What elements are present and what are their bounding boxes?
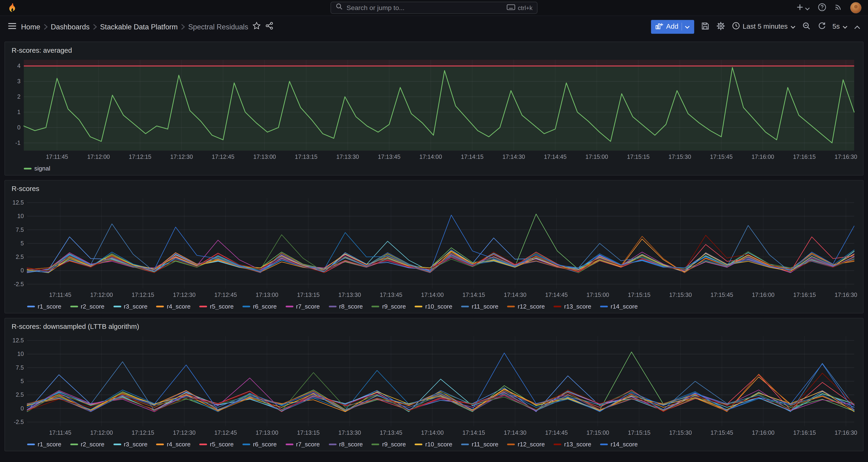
svg-text:7.5: 7.5 <box>16 226 24 233</box>
collapse-toolbar-button[interactable] <box>854 22 860 31</box>
legend-item-r3_score[interactable]: r3_score <box>113 303 148 309</box>
add-label: Add <box>666 23 678 30</box>
legend-item-r2_score[interactable]: r2_score <box>70 303 104 309</box>
share-button[interactable] <box>265 22 274 32</box>
breadcrumb-folder[interactable]: Stackable Data Platform <box>100 22 178 31</box>
refresh-interval-picker[interactable]: 5s <box>833 23 848 30</box>
panel-title[interactable]: R-scores <box>12 185 858 193</box>
legend-item-r10_score[interactable]: r10_score <box>415 441 452 447</box>
breadcrumb-current-dashboard: Spectral Residuals <box>188 22 248 31</box>
svg-text:17:15:45: 17:15:45 <box>711 291 733 298</box>
svg-text:17:12:15: 17:12:15 <box>131 429 154 436</box>
legend-item-r14_score[interactable]: r14_score <box>600 441 638 447</box>
chart-r-scores-downsampled[interactable]: 17:11:4517:12:0017:12:1517:12:3017:12:45… <box>10 333 858 439</box>
series-color-swatch <box>199 305 207 307</box>
news-button[interactable] <box>834 3 843 13</box>
legend-item-r1_score[interactable]: r1_score <box>27 303 61 309</box>
chevron-right-icon <box>93 24 97 30</box>
legend-item-r8_score[interactable]: r8_score <box>329 303 363 309</box>
menu-button[interactable] <box>8 22 17 31</box>
save-dashboard-button[interactable] <box>701 21 709 32</box>
svg-text:0: 0 <box>21 405 24 412</box>
legend-item-r14_score[interactable]: r14_score <box>600 303 638 309</box>
svg-text:17:16:30: 17:16:30 <box>835 429 857 436</box>
legend-label: r6_score <box>253 441 277 447</box>
legend-item-r5_score[interactable]: r5_score <box>199 303 234 309</box>
refresh-button[interactable] <box>818 22 826 32</box>
breadcrumb: Home Dashboards Stackable Data Platform … <box>21 22 248 31</box>
svg-text:12.5: 12.5 <box>12 337 24 343</box>
legend-label: r7_score <box>296 303 320 309</box>
svg-text:17:12:00: 17:12:00 <box>90 429 113 436</box>
legend-item-signal[interactable]: signal <box>24 165 50 172</box>
legend-item-r5_score[interactable]: r5_score <box>199 441 234 447</box>
legend-item-r13_score[interactable]: r13_score <box>554 441 591 447</box>
svg-text:10: 10 <box>17 213 24 219</box>
help-button[interactable] <box>818 3 827 13</box>
breadcrumb-home[interactable]: Home <box>21 22 40 31</box>
legend-item-r12_score[interactable]: r12_score <box>507 303 545 309</box>
panel-r-scores: R-scores 17:11:4517:12:0017:12:1517:12:3… <box>4 180 864 313</box>
legend-item-r11_score[interactable]: r11_score <box>461 441 498 447</box>
legend-item-r4_score[interactable]: r4_score <box>156 303 191 309</box>
legend-item-r11_score[interactable]: r11_score <box>461 303 498 309</box>
keyboard-shortcut: ctrl+k <box>507 4 533 12</box>
svg-text:5: 5 <box>21 240 24 247</box>
legend-item-r12_score[interactable]: r12_score <box>507 441 545 447</box>
legend-item-r3_score[interactable]: r3_score <box>113 441 148 447</box>
legend-item-r8_score[interactable]: r8_score <box>329 441 363 447</box>
legend-item-r9_score[interactable]: r9_score <box>372 441 406 447</box>
panel-title[interactable]: R-scores: averaged <box>12 47 858 54</box>
search-input[interactable] <box>346 4 503 12</box>
svg-text:17:14:30: 17:14:30 <box>502 153 525 160</box>
svg-text:17:13:45: 17:13:45 <box>380 291 402 298</box>
legend: r1_scorer2_scorer3_scorer4_scorer5_score… <box>10 441 858 447</box>
legend-item-r2_score[interactable]: r2_score <box>70 441 104 447</box>
top-navigation: ctrl+k <box>0 0 868 16</box>
svg-text:17:13:15: 17:13:15 <box>297 429 320 436</box>
clock-icon <box>732 22 740 32</box>
legend-label: r11_score <box>472 303 498 309</box>
svg-text:17:15:45: 17:15:45 <box>710 153 733 160</box>
legend-label: r10_score <box>425 303 452 309</box>
svg-text:17:16:00: 17:16:00 <box>752 291 775 298</box>
legend-item-r6_score[interactable]: r6_score <box>243 441 277 447</box>
zoom-out-button[interactable] <box>802 21 811 32</box>
legend-item-r6_score[interactable]: r6_score <box>243 303 277 309</box>
svg-text:-2.5: -2.5 <box>14 281 24 287</box>
legend-item-r13_score[interactable]: r13_score <box>554 303 591 309</box>
legend-label: r8_score <box>339 303 363 309</box>
legend-item-r1_score[interactable]: r1_score <box>27 441 61 447</box>
svg-text:2.5: 2.5 <box>16 391 24 398</box>
search-bar[interactable]: ctrl+k <box>331 2 538 14</box>
series-color-swatch <box>507 443 515 445</box>
series-color-swatch <box>415 305 423 307</box>
time-range-picker[interactable]: Last 5 minutes <box>732 22 796 32</box>
series-color-swatch <box>415 443 423 445</box>
svg-text:17:13:15: 17:13:15 <box>297 291 320 298</box>
legend-item-r7_score[interactable]: r7_score <box>286 441 320 447</box>
legend-label: r8_score <box>339 441 363 447</box>
legend-label: r14_score <box>611 441 638 447</box>
legend: signal <box>10 165 858 172</box>
add-new-button[interactable] <box>796 3 810 12</box>
svg-text:17:12:30: 17:12:30 <box>173 429 196 436</box>
legend-item-r7_score[interactable]: r7_score <box>286 303 320 309</box>
add-panel-button[interactable]: Add <box>651 20 694 33</box>
search-icon <box>336 3 343 13</box>
panel-title[interactable]: R-scores: downsampled (LTTB algorithm) <box>12 323 858 331</box>
legend-item-r10_score[interactable]: r10_score <box>415 303 452 309</box>
chart-r-scores[interactable]: 17:11:4517:12:0017:12:1517:12:3017:12:45… <box>10 195 858 301</box>
svg-text:4: 4 <box>17 62 21 69</box>
series-color-swatch <box>70 305 78 307</box>
legend-item-r9_score[interactable]: r9_score <box>372 303 406 309</box>
legend-item-r4_score[interactable]: r4_score <box>156 441 191 447</box>
help-icon <box>818 3 827 13</box>
favorite-star-button[interactable] <box>253 22 261 32</box>
user-avatar[interactable] <box>850 2 861 13</box>
dashboard-settings-button[interactable] <box>716 21 725 32</box>
svg-text:1: 1 <box>17 109 21 115</box>
breadcrumb-dashboards[interactable]: Dashboards <box>51 22 90 31</box>
chart-r-scores-averaged[interactable]: 17:11:4517:12:0017:12:1517:12:3017:12:45… <box>10 56 858 163</box>
grafana-logo-icon[interactable] <box>6 2 18 13</box>
